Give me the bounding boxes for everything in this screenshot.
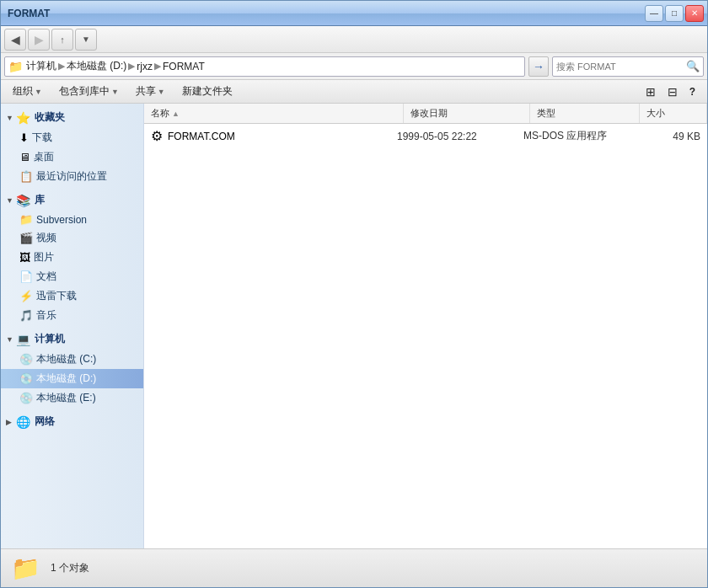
sidebar-item-disk-e[interactable]: 💿 本地磁盘 (E:)	[1, 388, 143, 408]
menu-item-organize[interactable]: 组织 ▼	[4, 82, 51, 101]
column-header-size[interactable]: 大小	[640, 104, 707, 123]
desktop-icon: 🖥	[19, 151, 30, 163]
expand-icon-library: ▼	[6, 196, 14, 205]
column-header-type[interactable]: 类型	[530, 104, 640, 123]
library-label: 库	[35, 193, 45, 207]
favorites-label: 收藏夹	[35, 110, 65, 125]
file-list-header: 名称 ▲ 修改日期 类型 大小	[144, 104, 707, 124]
forward-button[interactable]: ▶	[28, 29, 50, 51]
address-path: 计算机 ▶ 本地磁盘 (D:) ▶ rjxz ▶ FORMAT	[26, 59, 521, 73]
sidebar-section-computer: ▼ 💻 计算机 💿 本地磁盘 (C:) 💿 本地磁盘 (D:) 💿 本地磁盘 (…	[1, 329, 143, 408]
recent-label: 最近访问的位置	[36, 169, 107, 184]
computer-label: 计算机	[35, 332, 65, 346]
sidebar-item-video[interactable]: 🎬 视频	[1, 228, 143, 248]
network-label: 网络	[35, 414, 55, 429]
documents-label: 文档	[36, 270, 56, 284]
search-container: 🔍	[552, 56, 704, 77]
pictures-icon: 🖼	[19, 251, 30, 264]
back-button[interactable]: ◀	[4, 29, 26, 51]
path-part-1: 本地磁盘 (D:)	[67, 59, 126, 73]
statusbar: 📁 1 个对象	[1, 548, 707, 587]
sidebar-item-disk-d[interactable]: 💿 本地磁盘 (D:)	[1, 369, 143, 388]
pictures-label: 图片	[34, 250, 54, 265]
menu-item-include[interactable]: 包含到库中 ▼	[51, 82, 127, 101]
sidebar-header-network[interactable]: ▶ 🌐 网络	[1, 411, 143, 432]
maximize-button[interactable]: □	[665, 5, 684, 22]
sidebar-section-favorites: ▼ ⭐ 收藏夹 ⬇ 下载 🖥 桌面 📋 最近访问的位置	[1, 107, 143, 186]
titlebar-buttons: — □ ✕	[645, 5, 704, 22]
disk-c-label: 本地磁盘 (C:)	[36, 352, 96, 366]
library-icon: 📚	[16, 194, 30, 207]
downloads-icon: ⬇	[19, 131, 29, 144]
recent-button[interactable]: ▼	[75, 29, 97, 51]
music-icon: 🎵	[19, 309, 33, 322]
disk-e-label: 本地磁盘 (E:)	[36, 391, 96, 405]
network-icon: 🌐	[16, 415, 30, 429]
sidebar-item-documents[interactable]: 📄 文档	[1, 267, 143, 286]
menu-item-share[interactable]: 共享 ▼	[127, 82, 174, 101]
path-part-3: FORMAT	[163, 61, 205, 72]
file-size: 49 KB	[633, 131, 700, 142]
path-part-2: rjxz	[137, 61, 153, 72]
file-date: 1999-05-05 22:22	[397, 131, 523, 142]
documents-icon: 📄	[19, 270, 33, 283]
disk-c-icon: 💿	[19, 353, 33, 366]
up-button[interactable]: ↑	[51, 29, 73, 51]
address-input-container[interactable]: 📁 计算机 ▶ 本地磁盘 (D:) ▶ rjxz ▶ FORMAT	[4, 56, 525, 77]
nav-toolbar: ◀ ▶ ↑ ▼	[1, 26, 707, 53]
thunder-icon: ⚡	[19, 290, 33, 302]
recent-places-icon: 📋	[19, 170, 33, 183]
sidebar-item-subversion[interactable]: 📁 Subversion	[1, 211, 143, 228]
titlebar: FORMAT — □ ✕	[1, 1, 707, 26]
go-button[interactable]: →	[528, 56, 549, 77]
address-folder-icon: 📁	[8, 60, 23, 73]
computer-icon: 💻	[16, 333, 30, 346]
sidebar-item-recent[interactable]: 📋 最近访问的位置	[1, 167, 143, 186]
view-toggle-button[interactable]: ⊞	[637, 83, 664, 101]
subversion-icon: 📁	[19, 213, 33, 226]
path-part-0: 计算机	[26, 59, 56, 73]
sidebar-item-desktop[interactable]: 🖥 桌面	[1, 147, 143, 167]
sidebar-item-pictures[interactable]: 🖼 图片	[1, 248, 143, 267]
sidebar-header-computer[interactable]: ▼ 💻 计算机	[1, 329, 143, 350]
sidebar-header-favorites[interactable]: ▼ ⭐ 收藏夹	[1, 107, 143, 128]
sidebar-item-downloads[interactable]: ⬇ 下载	[1, 128, 143, 147]
downloads-label: 下载	[32, 131, 52, 145]
sidebar-header-library[interactable]: ▼ 📚 库	[1, 190, 143, 211]
table-row[interactable]: ⚙ FORMAT.COM 1999-05-05 22:22 MS-DOS 应用程…	[146, 126, 705, 147]
sidebar-item-disk-c[interactable]: 💿 本地磁盘 (C:)	[1, 350, 143, 369]
file-list: 名称 ▲ 修改日期 类型 大小 ⚙ FORMAT.COM 1999-05-05 …	[144, 104, 707, 548]
statusbar-folder-icon: 📁	[11, 554, 40, 582]
file-name: FORMAT.COM	[168, 131, 397, 142]
favorites-icon: ⭐	[16, 111, 30, 125]
sidebar: ▼ ⭐ 收藏夹 ⬇ 下载 🖥 桌面 📋 最近访问的位置	[1, 104, 144, 548]
file-type: MS-DOS 应用程序	[523, 129, 633, 143]
disk-d-icon: 💿	[19, 372, 33, 385]
file-icon: ⚙	[151, 128, 163, 144]
subversion-label: Subversion	[36, 214, 87, 226]
menubar: 组织 ▼ 包含到库中 ▼ 共享 ▼ 新建文件夹 ⊞ ⊟ ?	[1, 80, 707, 104]
sidebar-item-music[interactable]: 🎵 音乐	[1, 306, 143, 325]
sort-arrow-name: ▲	[172, 110, 180, 118]
column-header-name[interactable]: 名称 ▲	[144, 104, 404, 123]
disk-e-icon: 💿	[19, 392, 33, 404]
sidebar-section-library: ▼ 📚 库 📁 Subversion 🎬 视频 🖼 图片 📄	[1, 190, 143, 325]
sidebar-item-thunder[interactable]: ⚡ 迅雷下载	[1, 286, 143, 306]
expand-icon-favorites: ▼	[6, 114, 14, 122]
search-input[interactable]	[556, 61, 683, 72]
desktop-label: 桌面	[34, 150, 54, 164]
help-button[interactable]: ?	[681, 83, 704, 100]
sidebar-section-network: ▶ 🌐 网络	[1, 411, 143, 432]
video-label: 视频	[36, 231, 56, 245]
column-header-date[interactable]: 修改日期	[404, 104, 530, 123]
search-icon: 🔍	[686, 60, 700, 72]
file-list-body: ⚙ FORMAT.COM 1999-05-05 22:22 MS-DOS 应用程…	[144, 124, 707, 548]
window-title: FORMAT	[8, 8, 50, 19]
video-icon: 🎬	[19, 232, 33, 244]
statusbar-text: 1 个对象	[51, 561, 89, 575]
minimize-button[interactable]: —	[645, 5, 663, 22]
menu-item-new-folder[interactable]: 新建文件夹	[174, 82, 241, 101]
close-button[interactable]: ✕	[685, 5, 704, 22]
preview-toggle-button[interactable]: ⊟	[664, 83, 681, 101]
disk-d-label: 本地磁盘 (D:)	[36, 372, 96, 386]
